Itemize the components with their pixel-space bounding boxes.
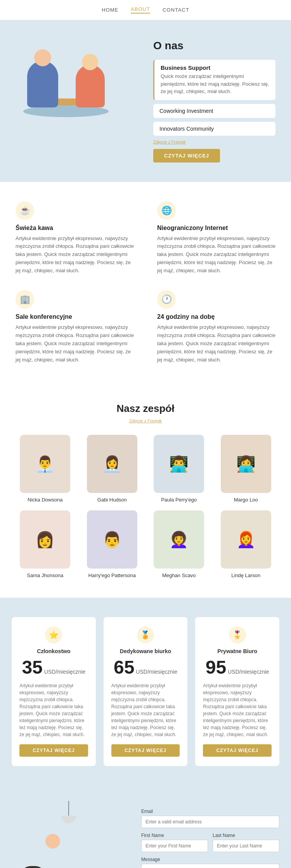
service-innovators[interactable]: Innovators Community — [153, 122, 275, 136]
team-member-1: 👩‍💼 Gabi Hudson — [83, 435, 142, 503]
pricing-btn-1[interactable]: CZYTAJ WIĘCEJ — [111, 744, 180, 757]
firstname-label: First Name — [141, 833, 208, 838]
pricing-icon-2: 🎖️ — [229, 626, 246, 643]
contact-person — [19, 866, 47, 868]
feature-icon-3: 🕐 — [157, 290, 176, 309]
pricing-card-1: 🏅 Dedykowane biurko 65 USD/miesięcznie A… — [104, 617, 188, 766]
feature-item-0: ☕ Świeża kawa Artykuł ewidentnie przybył… — [16, 201, 134, 275]
team-member-4: 👩 Sama Jhonsona — [16, 510, 75, 578]
team-grid: 👨‍💼 Nicka Dowsona 👩‍💼 Gabi Hudson 👨‍💻 Pa… — [16, 435, 275, 578]
feature-icon-2: 🏢 — [16, 290, 34, 309]
features-section: ☕ Świeża kawa Artykuł ewidentnie przybył… — [0, 182, 291, 384]
pricing-title-1: Dedykowane biurko — [111, 648, 180, 654]
email-group: Email — [141, 809, 279, 828]
team-name-1: Gabi Hudson — [97, 497, 127, 503]
lamp-shade — [61, 816, 76, 823]
team-photo-6: 👩‍🦱 — [154, 510, 204, 569]
lamp-wire — [68, 801, 69, 816]
service-coworking[interactable]: Coworking Investment — [153, 104, 275, 118]
pricing-number-1: 65 — [114, 657, 134, 678]
pricing-price-1: 65 USD/miesięcznie — [111, 658, 180, 677]
pricing-desc-1: Artykuł ewidentnie przybył ekspresowo, n… — [111, 682, 180, 738]
team-photo-0: 👨‍💼 — [20, 435, 70, 493]
firstname-group: First Name — [141, 833, 208, 852]
team-name-0: Nicka Dowsona — [28, 497, 62, 503]
pricing-desc-0: Artykuł ewidentnie przybył ekspresowo, n… — [19, 682, 88, 738]
pricing-card-2: 🎖️ Prywatne Biuro 95 USD/miesięcznie Art… — [195, 617, 279, 766]
team-photo-3: 👩‍💻 — [221, 435, 271, 493]
hero-illustration-container — [16, 36, 138, 121]
hero-illustration — [16, 36, 116, 121]
message-group: Message — [141, 857, 279, 868]
firstname-input[interactable] — [141, 840, 208, 852]
feature-title-0: Świeża kawa — [16, 225, 134, 232]
hero-title: O nas — [153, 40, 275, 52]
team-name-7: Lindę Larson — [231, 572, 260, 578]
hero-content: O nas Business Support Quick może zarząd… — [153, 36, 275, 163]
pricing-title-2: Prywatne Biuro — [203, 648, 272, 654]
pricing-btn-2[interactable]: CZYTAJ WIĘCEJ — [203, 744, 272, 757]
illus-person2 — [76, 65, 105, 107]
team-photo-7: 👩‍🦰 — [221, 510, 271, 569]
service-desc-1: Quick może zarządzać inteligentnymi pien… — [161, 73, 269, 95]
feature-item-3: 🕐 24 godziny na dobę Artykuł ewidentnie … — [157, 290, 275, 364]
feature-text-2: Artykuł ewidentnie przybył ekspresowo, n… — [16, 323, 134, 364]
team-member-3: 👩‍💻 Margo Loo — [217, 435, 276, 503]
nav-contact[interactable]: CONTACT — [163, 7, 189, 13]
illus-person2-head — [82, 54, 98, 70]
contact-form-area: Email First Name Last Name Message ZAREZ… — [137, 801, 291, 868]
team-member-2: 👨‍💻 Paula Perry'ego — [149, 435, 209, 503]
lastname-group: Last Name — [213, 833, 279, 852]
pricing-card-0: ⭐ Członkostwo 35 USD/miesięcznie Artykuł… — [12, 617, 96, 766]
service-business-support[interactable]: Business Support Quick może zarządzać in… — [153, 60, 275, 100]
pricing-btn-0[interactable]: CZYTAJ WIĘCEJ — [19, 744, 88, 757]
hero-freepik-link[interactable]: Zdjęcie z Freepik — [153, 140, 275, 144]
feature-text-0: Artykuł ewidentnie przybył ekspresowo, n… — [16, 235, 134, 275]
message-textarea[interactable] — [141, 864, 279, 868]
team-member-6: 👩‍🦱 Meghan Scavo — [149, 510, 209, 578]
pricing-unit-0: USD/miesięcznie — [44, 669, 86, 675]
contact-illustration — [0, 801, 137, 868]
email-input[interactable] — [141, 816, 279, 828]
team-section: Nasz zespół Zdjęcie z Freepik 👨‍💼 Nicka … — [0, 383, 291, 598]
pricing-section: ⭐ Członkostwo 35 USD/miesięcznie Artykuł… — [0, 598, 291, 785]
name-row: First Name Last Name — [141, 833, 279, 852]
team-freepik-link[interactable]: Zdjęcie z Freepik — [129, 418, 162, 423]
feature-icon-0: ☕ — [16, 201, 34, 220]
nav-home[interactable]: HOME — [102, 7, 118, 13]
pricing-title-0: Członkostwo — [19, 648, 88, 654]
team-title: Nasz zespół — [16, 403, 275, 415]
team-member-5: 👨 Harry'ego Pattersona — [83, 510, 142, 578]
team-photo-5: 👨 — [87, 510, 137, 569]
feature-title-3: 24 godziny na dobę — [157, 313, 275, 320]
message-label: Message — [141, 857, 279, 862]
pricing-unit-2: USD/miesięcznie — [228, 669, 269, 675]
feature-title-2: Sale konferencyjne — [16, 313, 134, 320]
pricing-price-0: 35 USD/miesięcznie — [19, 658, 88, 677]
email-label: Email — [141, 809, 279, 814]
team-photo-2: 👨‍💻 — [154, 435, 204, 493]
team-photo-4: 👩 — [20, 510, 70, 569]
pricing-desc-2: Artykuł ewidentnie przybył ekspresowo, n… — [203, 682, 272, 738]
pricing-price-2: 95 USD/miesięcznie — [203, 658, 272, 677]
team-name-3: Margo Loo — [234, 497, 258, 503]
service-title-1: Business Support — [161, 64, 269, 71]
team-name-2: Paula Perry'ego — [161, 497, 197, 503]
team-member-7: 👩‍🦰 Lindę Larson — [217, 510, 276, 578]
team-member-0: 👨‍💼 Nicka Dowsona — [16, 435, 75, 503]
pricing-icon-1: 🏅 — [137, 626, 154, 643]
feature-item-1: 🌐 Nieograniczony Internet Artykuł ewiden… — [157, 201, 275, 275]
hero-cta-button[interactable]: CZYTAJ WIĘCEJ — [153, 149, 220, 163]
pricing-number-0: 35 — [22, 657, 42, 678]
illus-person1-head — [34, 49, 51, 66]
nav-about[interactable]: ABOUT — [131, 6, 150, 14]
lastname-input[interactable] — [213, 840, 279, 852]
team-name-5: Harry'ego Pattersona — [88, 572, 136, 578]
contact-section: Email First Name Last Name Message ZAREZ… — [0, 785, 291, 868]
pricing-number-2: 95 — [206, 657, 226, 678]
hero-section: O nas Business Support Quick może zarząd… — [0, 20, 291, 182]
pricing-icon-0: ⭐ — [45, 626, 62, 643]
lastname-label: Last Name — [213, 833, 279, 838]
main-nav: HOME ABOUT CONTACT — [0, 0, 291, 20]
pricing-unit-1: USD/miesięcznie — [136, 669, 177, 675]
